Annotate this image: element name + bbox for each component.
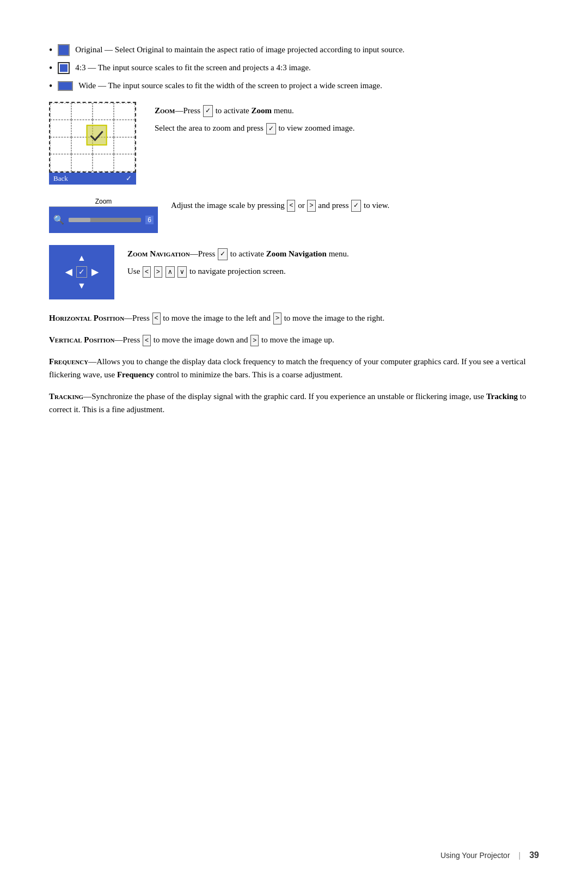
zoom-scale-pre: Adjust the image scale by pressing <box>171 201 286 210</box>
grid-cell <box>50 137 71 155</box>
original-icon <box>58 44 70 56</box>
zoom-slider-filled <box>69 218 90 222</box>
freq-bold: Frequency <box>117 370 154 379</box>
43-text: 4:3 — The input source scales to fit the… <box>75 62 311 74</box>
nav-mid-row: ◀ ✓ ▶ <box>65 266 98 278</box>
nav-left-arrow: ◀ <box>65 267 72 277</box>
freq-term: Frequency <box>49 357 88 366</box>
zoom-nav-bold: Zoom Navigation <box>266 249 327 258</box>
freq-end: control to minimize the bars. This is a … <box>154 370 342 379</box>
vert-dash: —Press <box>115 335 142 344</box>
vert-mid: to move the image down and <box>151 335 250 344</box>
page-content: • Original — Select Original to maintain… <box>0 0 588 468</box>
zoom-key2: ✓ <box>266 123 276 134</box>
original-text: Original — Select Original to maintain t… <box>75 44 405 56</box>
horiz-key2: > <box>273 313 281 324</box>
zoom-desc1-end: menu. <box>272 106 294 115</box>
nav-key-right: > <box>154 266 162 278</box>
zoom-key-left: < <box>287 200 295 211</box>
bullet-dot-2: • <box>49 63 52 73</box>
zoom-nav-navigate: to navigate projection screen. <box>187 267 285 275</box>
zoom-highlight <box>87 125 107 145</box>
zoom-nav-text: Zoom Navigation—Press ✓ to activate Zoom… <box>127 245 539 278</box>
zoom-desc2-pre: Select the area to zoom and press <box>155 124 266 132</box>
nav-check: ✓ <box>76 266 87 278</box>
grid-cell <box>93 154 114 171</box>
zoom-key-check: ✓ <box>351 200 361 211</box>
nav-key-left: < <box>143 266 151 278</box>
page-number: 39 <box>529 850 539 860</box>
nav-right-arrow: ▶ <box>91 267 98 277</box>
track-bold: Tracking <box>486 392 518 401</box>
back-label: Back <box>53 174 68 183</box>
zoom-scale-wrap: Zoom 🔍 6 <box>49 197 158 233</box>
def-frequency: Frequency—Allows you to change the displ… <box>49 355 539 381</box>
footer-label: Using Your Projector <box>440 851 510 860</box>
track-term: Tracking <box>49 392 83 401</box>
horiz-dash: —Press <box>124 314 151 322</box>
zoom-desc2: Select the area to zoom and press ✓ to v… <box>155 121 539 134</box>
zoom-scale-value: 6 <box>145 216 154 224</box>
def-horizontal-position: Horizontal Position—Press < to move the … <box>49 311 539 324</box>
bullet-list: • Original — Select Original to maintain… <box>49 44 539 92</box>
page-footer: Using Your Projector | 39 <box>440 850 539 860</box>
nav-up-row: ▲ <box>77 253 86 263</box>
zoom-footer: Back ✓ <box>49 173 136 185</box>
zoom-nav-post: to activate <box>228 249 266 258</box>
tracking-text: Tracking—Synchronize the phase of the di… <box>49 390 539 416</box>
horiz-mid: to move the image to the left and <box>161 314 273 322</box>
grid-cell <box>114 120 135 137</box>
nav-down-row: ▼ <box>77 281 86 291</box>
original-icon-wrap <box>58 44 73 56</box>
zoom-term: Zoom <box>155 106 175 115</box>
horiz-term: Horizontal Position <box>49 314 124 322</box>
zoom-desc1-post: to activate <box>213 106 252 115</box>
footer-separator: | <box>519 851 521 860</box>
zoom-nav-end: menu. <box>327 249 349 258</box>
vert-key2: > <box>250 335 259 346</box>
bullet-dot: • <box>49 45 52 55</box>
zoom-nav-desc2: Use < > ∧ ∨ to navigate projection scree… <box>127 265 539 278</box>
43-icon <box>58 62 70 74</box>
zoom-figure-row: Back ✓ Zoom—Press ✓ to activate Zoom men… <box>49 102 539 185</box>
zoom-key1: ✓ <box>203 105 213 117</box>
zoom-slider-track <box>69 218 141 222</box>
vert-key1: < <box>143 335 151 346</box>
zoom-nav-key: ✓ <box>218 248 228 260</box>
def-vertical-position: Vertical Position—Press < to move the im… <box>49 333 539 346</box>
zoom-scale-figure-row: Zoom 🔍 6 Adjust the image scale by press… <box>49 197 539 233</box>
def-tracking: Tracking—Synchronize the phase of the di… <box>49 390 539 416</box>
zoom-desc1-pre: —Press <box>175 106 203 115</box>
nav-up-arrow: ▲ <box>77 253 86 263</box>
grid-cell <box>50 103 71 120</box>
check-mark: ✓ <box>126 174 132 183</box>
zoom-scale-text: Adjust the image scale by pressing < or … <box>171 197 539 212</box>
nav-down-arrow: ▼ <box>77 281 86 291</box>
grid-cell <box>71 103 93 120</box>
horiz-end: to move the image to the right. <box>282 314 384 322</box>
grid-cell <box>93 103 114 120</box>
nav-key-down: ∨ <box>177 266 187 278</box>
zoom-nav-desc1: Zoom Navigation—Press ✓ to activate Zoom… <box>127 247 539 260</box>
zoom-bold1: Zoom <box>251 106 272 115</box>
track-dash: —Synchronize the phase of the display si… <box>83 392 486 401</box>
vert-end: to move the image up. <box>259 335 334 344</box>
zoom-nav-figure-row: ▲ ◀ ✓ ▶ ▼ Zoom Navigation—Press ✓ to act… <box>49 245 539 299</box>
wide-text: Wide — The input source scales to fit th… <box>78 79 382 92</box>
icon-43-wrap <box>58 62 73 74</box>
zoom-nav-use: Use <box>127 267 142 275</box>
list-item-43: • 4:3 — The input source scales to fit t… <box>49 62 539 74</box>
zoom-key-right: > <box>307 200 315 211</box>
horiz-key1: < <box>152 313 161 324</box>
magnifier-icon: 🔍 <box>53 215 64 225</box>
grid-cell <box>114 103 135 120</box>
grid-cell <box>50 154 71 171</box>
zoom-nav-pre: —Press <box>190 249 217 258</box>
frequency-text: Frequency—Allows you to change the displ… <box>49 355 539 381</box>
nav-box: ▲ ◀ ✓ ▶ ▼ <box>49 245 114 299</box>
grid-cell <box>71 154 93 171</box>
grid-cell <box>114 154 135 171</box>
zoom-scale-box: 🔍 6 <box>49 207 158 233</box>
checkmark-svg <box>88 126 106 144</box>
wide-icon-wrap <box>58 79 76 91</box>
